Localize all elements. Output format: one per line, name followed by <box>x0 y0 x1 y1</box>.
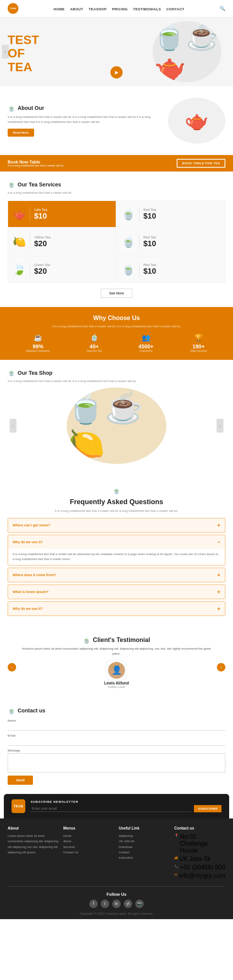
read-more-button[interactable]: Read More <box>8 129 34 137</box>
testimonial-avatar: 👤 <box>108 662 125 679</box>
social-instagram[interactable]: 📷 <box>135 900 144 908</box>
footer-menu-about[interactable]: About <box>63 840 71 843</box>
stat-label-4: Daily Services <box>190 350 207 352</box>
nav-testimonials[interactable]: TESTIMONIALS <box>133 7 161 11</box>
about-description: It is a long established fact that a rea… <box>8 115 162 125</box>
faq-toggle-5: + <box>217 606 220 612</box>
footer-link-2[interactable]: UK Jobs 5k <box>119 840 135 843</box>
message-input[interactable] <box>8 753 225 773</box>
faq-question-2[interactable]: Why do we use it? − <box>8 535 225 549</box>
faq-item-3: Where does it come from? + <box>8 568 225 582</box>
social-twitter[interactable]: t <box>101 900 109 908</box>
testimonial-title: 🍵 Client's Testimonial <box>8 637 225 644</box>
footer-menu-services[interactable]: Services <box>63 845 75 849</box>
banner-text: Book Now Table It is a long established … <box>8 160 64 167</box>
social-youtube[interactable]: yt <box>124 900 132 908</box>
footer-phone: 📞 +01 (00456) 800 <box>174 864 225 871</box>
faq-question-5[interactable]: Why do we use it? + <box>8 602 225 616</box>
faq-item-2: Why do we use it? − It is a long establi… <box>8 535 225 565</box>
stat-number-2: 40+ <box>87 343 102 350</box>
footer-link-3[interactable]: Download <box>119 845 133 849</box>
book-table-button[interactable]: BOOK TABLE FOR TEA <box>177 159 225 168</box>
footer-link-1[interactable]: Adipiscing <box>119 834 133 838</box>
service-name-1: Adis Tea <box>34 208 111 212</box>
stat-4: 🏆 190+ Daily Services <box>190 333 207 352</box>
email-input[interactable] <box>8 738 225 746</box>
service-card-1[interactable]: 🫖 Adis Tea $10 <box>8 201 116 227</box>
nav-pricing[interactable]: PRICING <box>112 7 128 11</box>
service-card-4[interactable]: 🍵 Red Tea $10 <box>117 228 225 255</box>
newsletter-label: SUBSCRIBE NEWSLETTER <box>31 800 222 804</box>
footer-contact-col: Contact us 📍 No:01 Challenge House 🏙 UK … <box>174 826 225 881</box>
search-icon[interactable]: 🔍 <box>220 6 225 11</box>
faq-item-4: What is lorem ipsum? + <box>8 585 225 599</box>
hero-text: TEST OF TEA <box>8 33 39 74</box>
nav-home[interactable]: HOME <box>54 7 65 11</box>
hero-image: 🍵☕🫖 <box>153 21 229 82</box>
footer-menus-list: Home About Services Contact Us <box>63 833 114 856</box>
shop-section: 🍵 Our Tea Shop It is a long established … <box>0 360 233 478</box>
nav-teashop[interactable]: TEASHOP <box>89 7 107 11</box>
stat-label-2: Flavours Tea <box>87 350 102 352</box>
play-button[interactable]: ▶ <box>110 66 123 78</box>
faq-item-1: Where can I get some? + <box>8 518 225 532</box>
about-image: 🫖 <box>168 98 225 144</box>
testimonial-role: Coffee Lover <box>19 685 214 689</box>
social-facebook[interactable]: f <box>89 900 98 908</box>
footer-menu-contact[interactable]: Contact Us <box>63 851 79 854</box>
see-more-button[interactable]: See More <box>101 289 132 298</box>
send-button[interactable]: Send <box>8 776 33 785</box>
hero-heading: TEST OF TEA <box>8 33 39 74</box>
service-card-6[interactable]: 🍵 Red Tea $10 <box>117 256 225 283</box>
name-field-group: Name <box>8 719 225 731</box>
service-card-2[interactable]: 🍵 Red Tea $10 <box>117 201 225 227</box>
service-card-3[interactable]: 🍋 Yellow Tea $20 <box>8 228 116 255</box>
stat-1: ☕ 99% Satisfied Customers <box>26 333 50 352</box>
faq-toggle-3: + <box>217 572 220 578</box>
service-info-3: Yellow Tea $20 <box>34 235 111 248</box>
newsletter-email-input[interactable] <box>31 805 192 812</box>
testimonial-prev-button[interactable]: ‹ <box>8 663 16 671</box>
shop-arrow-left[interactable]: ‹ <box>10 419 16 433</box>
footer-copyright: Copyright © 2022 Company name. All right… <box>8 912 225 915</box>
social-linkedin[interactable]: in <box>112 900 121 908</box>
service-info-5: Green Tea $20 <box>34 263 111 276</box>
shop-arrow-right[interactable]: › <box>217 419 223 433</box>
message-label: Message <box>8 749 225 752</box>
phone-icon: 📞 <box>174 864 179 868</box>
faq-question-4[interactable]: What is lorem ipsum? + <box>8 585 225 599</box>
divider <box>30 234 30 249</box>
faq-question-1[interactable]: Where can I get some? + <box>8 518 225 532</box>
why-title: Why Choose Us <box>8 315 225 322</box>
email-label: Email <box>8 734 225 737</box>
name-input[interactable] <box>8 724 225 731</box>
footer-about-text: Lorem ipsum dolor sit amet consectetur a… <box>8 833 59 856</box>
newsletter-subscribe-button[interactable]: SUBSCRIBE <box>194 805 222 812</box>
service-card-5[interactable]: 🍃 Green Tea $20 <box>8 256 116 283</box>
footer-menu-home[interactable]: Home <box>63 834 71 838</box>
stat-3: 👥 4500+ Customers <box>138 333 153 352</box>
footer-useful-title: Useful Link <box>119 826 170 830</box>
newsletter-form-area: SUBSCRIBE NEWSLETTER SUBSCRIBE <box>31 800 222 812</box>
footer-link-4[interactable]: Contact <box>119 851 130 854</box>
footer-menus-col: Menus Home About Services Contact Us <box>63 826 114 881</box>
logo[interactable]: TEAB <box>8 3 18 14</box>
service-info-6: Red Tea $10 <box>143 263 220 276</box>
banner-title: Book Now Table <box>8 160 64 164</box>
nav-contact[interactable]: CONTACT <box>166 7 184 11</box>
stat-icon-1: ☕ <box>26 333 50 342</box>
footer-link-5[interactable]: Instruction <box>119 856 133 859</box>
nav-about[interactable]: ABOUT <box>70 7 84 11</box>
divider <box>139 234 139 249</box>
divider <box>30 206 30 222</box>
footer-email: ✉ info@mygrp.com <box>174 872 225 879</box>
testimonial-next-button[interactable]: › <box>217 663 225 671</box>
testimonial-section: 🍵 Client's Testimonial 🍵 ‹ Kolorem ipsum… <box>0 627 233 698</box>
footer-useful-list: Adipiscing UK Jobs 5k Download Contact I… <box>119 833 170 861</box>
faq-question-3[interactable]: Where does it come from? + <box>8 568 225 582</box>
hero-section: ‹ TEST OF TEA 🍵☕🫖 ▶ <box>0 17 233 86</box>
stat-2: 🍵 40+ Flavours Tea <box>87 333 102 352</box>
faq-toggle-2: − <box>217 539 220 545</box>
faq-item-5: Why do we use it? + <box>8 601 225 616</box>
service-info-1: Adis Tea $10 <box>34 208 111 220</box>
